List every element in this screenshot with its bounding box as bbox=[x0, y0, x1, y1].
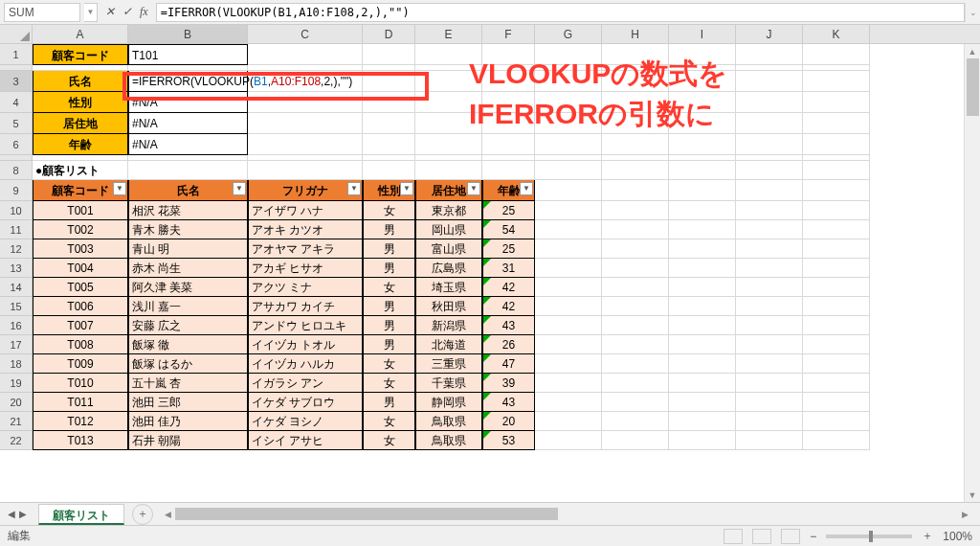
cell[interactable] bbox=[803, 134, 870, 155]
table-header-2[interactable]: フリガナ▼ bbox=[248, 180, 363, 201]
row-header-15[interactable]: 15 bbox=[0, 297, 33, 316]
cell[interactable] bbox=[736, 316, 803, 335]
scroll-left-icon[interactable]: ◀ bbox=[161, 507, 175, 521]
filter-dropdown-icon[interactable]: ▼ bbox=[520, 182, 533, 195]
cell[interactable] bbox=[602, 374, 669, 393]
row-header-18[interactable]: 18 bbox=[0, 354, 33, 374]
cell[interactable] bbox=[602, 201, 669, 220]
table-row-age[interactable]: 39 bbox=[482, 374, 535, 393]
table-row-age[interactable]: 42 bbox=[482, 278, 535, 297]
sheet-tab-active[interactable]: 顧客リスト bbox=[38, 504, 124, 525]
cell[interactable] bbox=[602, 278, 669, 297]
table-row-kana[interactable]: イケダ ヨシノ bbox=[248, 412, 363, 431]
cell[interactable] bbox=[736, 335, 803, 354]
table-row-pref[interactable]: 静岡県 bbox=[415, 393, 482, 412]
table-row-age[interactable]: 47 bbox=[482, 354, 535, 374]
cell[interactable] bbox=[535, 354, 602, 374]
zoom-level[interactable]: 100% bbox=[943, 530, 972, 543]
cell[interactable] bbox=[248, 44, 363, 65]
table-row-name[interactable]: 相沢 花菜 bbox=[128, 201, 248, 220]
cell[interactable] bbox=[736, 161, 803, 180]
cell[interactable] bbox=[363, 113, 415, 134]
cell[interactable] bbox=[803, 297, 870, 316]
cell[interactable] bbox=[535, 113, 602, 134]
col-header-C[interactable]: C bbox=[248, 25, 363, 43]
table-row-age[interactable]: 43 bbox=[482, 393, 535, 412]
row-header-14[interactable]: 14 bbox=[0, 278, 33, 297]
cell[interactable] bbox=[602, 220, 669, 239]
cell[interactable] bbox=[736, 134, 803, 155]
row-header-1[interactable]: 1 bbox=[0, 44, 33, 65]
cell[interactable] bbox=[602, 239, 669, 259]
cell[interactable] bbox=[248, 92, 363, 113]
cell[interactable] bbox=[669, 335, 736, 354]
row-header-19[interactable]: 19 bbox=[0, 374, 33, 393]
scroll-v-track[interactable] bbox=[966, 58, 980, 488]
cell[interactable] bbox=[482, 92, 535, 113]
cell[interactable] bbox=[669, 412, 736, 431]
table-row-pref[interactable]: 埼玉県 bbox=[415, 278, 482, 297]
table-row-name[interactable]: 浅川 嘉一 bbox=[128, 297, 248, 316]
table-row-code[interactable]: T007 bbox=[33, 316, 128, 335]
view-page-layout-button[interactable] bbox=[752, 529, 771, 544]
table-row-kana[interactable]: イガラシ アン bbox=[248, 374, 363, 393]
col-header-I[interactable]: I bbox=[669, 25, 736, 43]
cell[interactable] bbox=[415, 161, 482, 180]
col-header-G[interactable]: G bbox=[535, 25, 602, 43]
cell[interactable] bbox=[669, 431, 736, 450]
cell[interactable] bbox=[535, 71, 602, 92]
cell[interactable] bbox=[736, 393, 803, 412]
cell[interactable] bbox=[415, 113, 482, 134]
sheet-nav-next-icon[interactable]: ▶ bbox=[19, 509, 27, 519]
cell[interactable] bbox=[535, 278, 602, 297]
table-row-name[interactable]: 池田 佳乃 bbox=[128, 412, 248, 431]
filter-dropdown-icon[interactable]: ▼ bbox=[467, 182, 480, 195]
table-row-age[interactable]: 53 bbox=[482, 431, 535, 450]
row-header-8[interactable]: 8 bbox=[0, 161, 33, 180]
col-header-B[interactable]: B bbox=[128, 25, 248, 43]
scroll-up-icon[interactable]: ▲ bbox=[966, 44, 980, 58]
view-normal-button[interactable] bbox=[724, 529, 743, 544]
table-row-name[interactable]: 青山 明 bbox=[128, 239, 248, 259]
cell[interactable] bbox=[669, 180, 736, 201]
table-row-name[interactable]: 池田 三郎 bbox=[128, 393, 248, 412]
cell[interactable] bbox=[535, 239, 602, 259]
cell[interactable] bbox=[602, 393, 669, 412]
table-row-name[interactable]: 安藤 広之 bbox=[128, 316, 248, 335]
table-row-sex[interactable]: 男 bbox=[363, 393, 415, 412]
cell[interactable] bbox=[736, 180, 803, 201]
cancel-icon[interactable]: ✕ bbox=[105, 5, 115, 19]
table-row-name[interactable]: 赤木 尚生 bbox=[128, 259, 248, 278]
cell[interactable] bbox=[535, 297, 602, 316]
row-header-20[interactable]: 20 bbox=[0, 393, 33, 412]
cell[interactable] bbox=[669, 393, 736, 412]
cell[interactable] bbox=[669, 297, 736, 316]
table-row-name[interactable]: 青木 勝夫 bbox=[128, 220, 248, 239]
cell[interactable] bbox=[602, 412, 669, 431]
cell[interactable] bbox=[482, 161, 535, 180]
cell[interactable] bbox=[669, 71, 736, 92]
table-row-name[interactable]: 阿久津 美菜 bbox=[128, 278, 248, 297]
table-row-age[interactable]: 42 bbox=[482, 297, 535, 316]
table-row-kana[interactable]: イケダ サブロウ bbox=[248, 393, 363, 412]
cell[interactable] bbox=[482, 113, 535, 134]
cell[interactable] bbox=[248, 134, 363, 155]
cell[interactable] bbox=[602, 259, 669, 278]
name-box-dropdown[interactable]: ▼ bbox=[84, 3, 98, 22]
cell[interactable] bbox=[669, 220, 736, 239]
cell[interactable] bbox=[736, 239, 803, 259]
table-row-code[interactable]: T009 bbox=[33, 354, 128, 374]
col-header-H[interactable]: H bbox=[602, 25, 669, 43]
cell-A8[interactable]: ●顧客リスト bbox=[33, 161, 128, 180]
scroll-down-icon[interactable]: ▼ bbox=[966, 488, 980, 502]
table-row-sex[interactable]: 女 bbox=[363, 354, 415, 374]
table-row-kana[interactable]: アオキ カツオ bbox=[248, 220, 363, 239]
select-all-corner[interactable] bbox=[0, 25, 33, 43]
cell[interactable] bbox=[669, 113, 736, 134]
row-header-12[interactable]: 12 bbox=[0, 239, 33, 259]
table-row-pref[interactable]: 東京都 bbox=[415, 201, 482, 220]
scroll-h-track[interactable] bbox=[175, 507, 958, 521]
zoom-slider[interactable] bbox=[826, 535, 912, 538]
table-row-name[interactable]: 飯塚 徹 bbox=[128, 335, 248, 354]
cell[interactable] bbox=[803, 92, 870, 113]
